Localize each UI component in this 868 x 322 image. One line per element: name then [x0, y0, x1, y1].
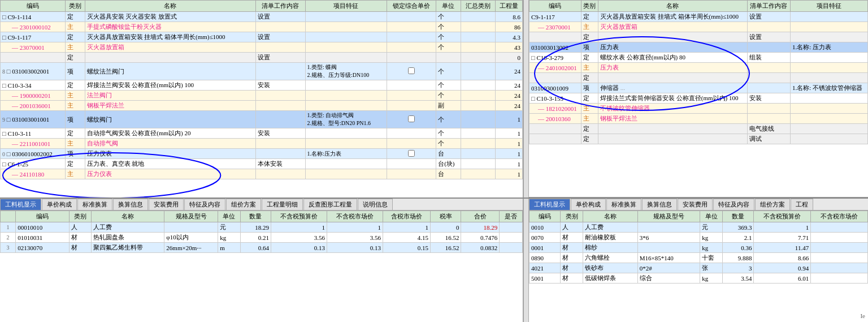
- cell-type: 主: [65, 139, 85, 149]
- table-row[interactable]: — 23070001 主 灭火器放置箱 个 43: [1, 42, 523, 53]
- table-row[interactable]: — 1900000201 主 法兰阀门 个 24: [1, 91, 523, 101]
- table-row[interactable]: — 2211001001 主 自动排气阀 个 1: [1, 139, 523, 149]
- cell-locked[interactable]: [387, 63, 436, 80]
- tab-right-anzhuang[interactable]: 安装费用: [678, 199, 713, 210]
- table-row[interactable]: — 23070001 主 灭火器放置箱: [530, 22, 868, 32]
- table-row[interactable]: 2 01010031 材 热轧圆盘条 φ10以内 kg 0.21 3.56 3.…: [1, 233, 523, 243]
- tab-danjia[interactable]: 单价构成: [42, 199, 77, 210]
- cell-p1: 3.56: [271, 233, 327, 243]
- cell-code: □ C10-3-11: [1, 128, 66, 139]
- tab-biaozhun[interactable]: 标准换算: [77, 199, 112, 210]
- table-row[interactable]: 5001 材 低碳钢焊条 综合 kg 3.54 6.01: [530, 273, 868, 284]
- tab-gongliaojiShow[interactable]: 工料机显示: [0, 199, 41, 210]
- cell-type: 定: [581, 73, 598, 83]
- cell-name: 低碳钢焊条: [583, 273, 638, 284]
- cell-name: 钢板平焊法兰: [85, 101, 255, 111]
- table-row[interactable]: □ C9-1-114 定 灭火器具安装 灭火器安装 放置式 设置 个 8.6: [1, 12, 523, 22]
- tab-right-gongliaojiShow[interactable]: 工料机显示: [529, 199, 570, 210]
- table-row[interactable]: 9 □ 031003001001 项 螺纹阀门 1.类型: 自动排气阀2.规格、…: [1, 111, 523, 128]
- left-table-container[interactable]: 编码 类别 名称 清单工作内容 项目特征 锁定综合单价 单位 汇总类别 工程量: [0, 0, 523, 198]
- cell-work: 本体安装: [255, 159, 305, 169]
- table-row[interactable]: 定 设置: [530, 32, 868, 42]
- cell-unit: 元: [700, 222, 723, 233]
- table-row[interactable]: 0070 材 耐油橡胶板 3*6 kg 2.1 7.71: [530, 233, 868, 243]
- tab-right-gongcheng[interactable]: 工程: [791, 199, 813, 210]
- table-row[interactable]: 定 设置 0: [1, 53, 523, 63]
- table-row[interactable]: □ C9-1-117 定 灭火器具放置箱安装 挂墙式 箱体半周长(mm)≤100…: [1, 32, 523, 42]
- table-row[interactable]: 0001 材 棉纱 kg 0.36 11.47: [530, 243, 868, 253]
- cell-name: 螺纹水表 公称直径(mm以内) 80: [598, 53, 748, 63]
- cell-name: 热轧圆盘条: [92, 233, 164, 243]
- locked-checkbox[interactable]: [408, 67, 415, 74]
- cell-locked[interactable]: [387, 149, 436, 159]
- table-row[interactable]: 8 □ 031003002001 项 螺纹法兰阀门 1.类型: 蝶阀2.规格、压…: [1, 63, 523, 80]
- locked-checkbox[interactable]: [408, 115, 415, 122]
- bottom-left-table-container[interactable]: 编码 类别 名称 规格及型号 单位 数量 不含税预算价 不含税市场价 含税市场价…: [0, 211, 523, 322]
- tab-gongchengliang[interactable]: 工程量明细: [262, 199, 303, 210]
- expand-icon[interactable]: □: [2, 14, 6, 20]
- table-row[interactable]: C9-1-117 定 灭火器具放置箱安装 挂墙式 箱体半周长(mm)≤1000 …: [530, 12, 868, 22]
- table-row[interactable]: □ C10-3-279 定 螺纹水表 公称直径(mm以内) 80 组装: [530, 53, 868, 63]
- table-row[interactable]: 1 00010010 人 人工费 元 18.29 1 1 1 0 18.29: [1, 222, 523, 233]
- cell-code: 5001: [530, 273, 561, 284]
- tab-right-danjia[interactable]: 单价构成: [571, 199, 606, 210]
- table-row[interactable]: □ C10-3-34 定 焊接法兰阀安装 公称直径(mm以内) 100 安装 个…: [1, 80, 523, 91]
- tab-huansuan[interactable]: 换算信息: [113, 199, 148, 210]
- cell-p1: 1: [754, 222, 811, 233]
- left-main-table: 编码 类别 名称 清单工作内容 项目特征 锁定综合单价 单位 汇总类别 工程量: [0, 0, 523, 179]
- table-row[interactable]: — 2001036001 主 钢板平焊法兰 副 24: [1, 101, 523, 111]
- cell-unit: 个: [436, 128, 461, 139]
- locked-checkbox[interactable]: [408, 150, 415, 157]
- tab-right-huansuan[interactable]: 换算信息: [642, 199, 677, 210]
- table-row[interactable]: □ C10-3-11 定 自动排气阀安装 公称直径(mm以内) 20 安装 个 …: [1, 128, 523, 139]
- cell-unit: 十套: [700, 253, 723, 263]
- col-header-code: 编码: [1, 1, 66, 12]
- bottom-right-table-container[interactable]: 编码 类别 名称 规格及型号 单位 数量 不含税预算价 不含税市场价 0010: [529, 211, 868, 322]
- cell-name: 耐油橡胶板: [583, 233, 638, 243]
- tab-zujia[interactable]: 组价方案: [226, 199, 261, 210]
- tab-right-tezheng[interactable]: 特征及内容: [713, 199, 754, 210]
- tab-fanchatu[interactable]: 反查图形工程量: [303, 199, 357, 210]
- table-row[interactable]: — 20010360 主 钢板平焊法兰: [530, 114, 868, 124]
- cell-spec: 综合: [637, 273, 700, 284]
- table-row[interactable]: 031003013002 项 压力表 1.名称: 压力表: [530, 42, 868, 53]
- cell-tax: 16.52: [431, 243, 461, 253]
- tab-right-zujia[interactable]: 组价方案: [755, 199, 790, 210]
- table-row[interactable]: 031003001009 项 伸缩器 ... 1.名称: 不锈波纹管伸缩器: [530, 83, 868, 93]
- col-header-type: 类别: [65, 1, 85, 12]
- tab-right-biaozhun[interactable]: 标准换算: [606, 199, 641, 210]
- table-row[interactable]: — 2401002001 主 压力表: [530, 63, 868, 73]
- table-row[interactable]: — 2301000102 主 手提式磷酸铵盐干粉灭火器 个 86: [1, 22, 523, 32]
- cell-code: 9 □ 031003001001: [1, 111, 66, 128]
- cell-unit: 副: [436, 101, 461, 111]
- cell-type: 定: [65, 128, 85, 139]
- cell-tax: 16.52: [431, 233, 461, 243]
- table-row[interactable]: 4021 材 铁砂布 0*2# 张 3 0.94: [530, 263, 868, 273]
- table-row[interactable]: 定: [530, 73, 868, 83]
- table-row[interactable]: 0010 人 人工费 元 369.3 1: [530, 222, 868, 233]
- table-row[interactable]: — 24110180 主 压力仪表 台 1: [1, 169, 523, 179]
- cell-name: 灭火器放置箱: [598, 22, 748, 32]
- cell-locked[interactable]: [387, 111, 436, 128]
- table-row[interactable]: 3 02130070 材 聚四氟乙烯生料带 26mm×20m··· m 0.64…: [1, 243, 523, 253]
- cell-type: 主: [581, 22, 598, 32]
- table-row[interactable]: 定 电气接线: [530, 124, 868, 134]
- cell-name: 手提式磷酸铵盐干粉灭火器: [85, 22, 255, 32]
- table-row[interactable]: 0 □ 0306010002002 项 压力仪表 1.名称:压力表 台 1: [1, 149, 523, 159]
- cell-unit: 个: [436, 22, 461, 32]
- tab-anzhuang[interactable]: 安装费用: [149, 199, 184, 210]
- cell-type: 主: [581, 63, 598, 73]
- cell-code: 4021: [530, 263, 561, 273]
- right-table-container[interactable]: 编码 类别 名称 清单工作内容 项目特征 C9-1-117 定 灭火器具放置箱安…: [529, 0, 868, 198]
- tab-shuoming[interactable]: 说明信息: [358, 199, 393, 210]
- cell-spec: [637, 222, 700, 233]
- cell-name: 灭火器具安装 灭火器安装 放置式: [85, 12, 255, 22]
- cell-feature: [305, 12, 387, 22]
- table-row[interactable]: □ C10-3-155 定 焊接法兰式套筒伸缩器安装 公称直径(mm以内) 10…: [530, 93, 868, 104]
- table-row[interactable]: 0890 材 六角螺栓 M16×85*140 十套 9.888 8.66: [530, 253, 868, 263]
- table-row[interactable]: 定 调试: [530, 134, 868, 144]
- tab-tezheng[interactable]: 特征及内容: [184, 199, 225, 210]
- table-row[interactable]: □ C6-1-25 定 压力表、真空表 就地 本体安装 台(块) 1: [1, 159, 523, 169]
- table-row[interactable]: — 1821020001 主 不锈波纹管伸缩器: [530, 104, 868, 114]
- cell-name: 压力表: [598, 42, 748, 53]
